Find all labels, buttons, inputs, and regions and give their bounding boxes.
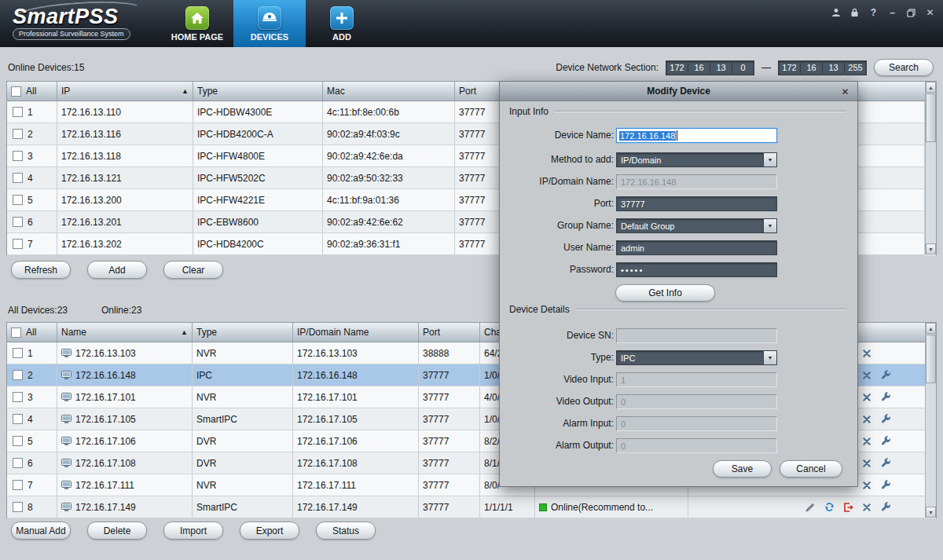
clear-button[interactable]: Clear <box>163 261 223 279</box>
row-checkbox[interactable] <box>13 502 23 512</box>
config-icon[interactable] <box>878 457 893 470</box>
cancel-button[interactable]: Cancel <box>780 460 842 478</box>
config-icon[interactable] <box>878 501 893 514</box>
scroll-thumb[interactable] <box>926 335 936 383</box>
header-ip-domain[interactable]: IP/Domain Name <box>293 323 419 342</box>
row-index-cell: 1 <box>7 342 57 364</box>
scroll-down-icon[interactable]: ▼ <box>926 507 936 518</box>
chevron-down-icon[interactable]: ▼ <box>763 351 776 364</box>
config-icon[interactable] <box>878 413 893 426</box>
chevron-down-icon[interactable]: ▼ <box>763 219 776 232</box>
delete-icon[interactable] <box>859 369 875 382</box>
scroll-thumb[interactable] <box>926 93 936 142</box>
delete-icon[interactable] <box>859 413 875 426</box>
ip-octet[interactable]: 255 <box>845 63 866 72</box>
row-checkbox[interactable] <box>13 107 23 117</box>
ip-octet[interactable]: 172 <box>666 63 688 72</box>
scroll-up-icon[interactable]: ▲ <box>926 82 936 93</box>
delete-icon[interactable] <box>859 501 875 514</box>
row-checkbox[interactable] <box>13 370 23 380</box>
import-button[interactable]: Import <box>163 522 223 540</box>
select-all-checkbox[interactable] <box>11 86 21 97</box>
delete-icon[interactable] <box>859 457 875 470</box>
select-all-checkbox[interactable] <box>11 328 21 338</box>
save-button[interactable]: Save <box>713 460 772 478</box>
search-button[interactable]: Search <box>874 59 934 76</box>
close-icon[interactable]: ✕ <box>838 85 852 98</box>
header-all[interactable]: All <box>7 82 57 101</box>
tab-devices[interactable]: DEVICES <box>233 0 306 47</box>
delete-button[interactable]: Delete <box>87 522 147 540</box>
manual-add-button[interactable]: Manual Add <box>11 522 71 540</box>
sort-asc-icon: ▲ <box>181 328 188 336</box>
ip-octet[interactable]: 13 <box>710 63 732 72</box>
scrollbar[interactable]: ▲ ▼ <box>925 323 936 518</box>
row-checkbox[interactable] <box>13 480 23 490</box>
row-checkbox[interactable] <box>13 173 23 183</box>
header-name[interactable]: Name ▲ <box>57 323 193 342</box>
get-info-button[interactable]: Get Info <box>615 284 715 302</box>
edit-icon[interactable] <box>802 501 818 514</box>
type-select[interactable]: IPC ▼ <box>616 350 777 365</box>
row-checkbox[interactable] <box>13 217 23 227</box>
row-checkbox[interactable] <box>13 436 23 446</box>
restore-icon[interactable] <box>904 6 918 19</box>
help-icon[interactable]: ? <box>867 6 880 19</box>
close-icon[interactable]: ✕ <box>923 6 937 19</box>
status-button[interactable]: Status <box>316 522 376 540</box>
config-icon[interactable] <box>878 479 893 492</box>
config-icon[interactable] <box>878 369 893 382</box>
header-mac[interactable]: Mac <box>323 82 455 101</box>
ip-octet[interactable]: 16 <box>801 63 822 72</box>
ip-octet[interactable]: 16 <box>688 63 710 72</box>
scroll-down-icon[interactable]: ▼ <box>926 243 936 254</box>
user-icon[interactable] <box>829 6 842 19</box>
ip-octet[interactable]: 13 <box>823 63 844 72</box>
add-button[interactable]: Add <box>87 261 147 279</box>
port-input[interactable]: 37777 <box>616 196 777 211</box>
row-checkbox[interactable] <box>13 195 23 205</box>
device-list-row[interactable]: 8172.16.17.149SmartIPC172.16.17.14937777… <box>7 496 936 518</box>
row-checkbox[interactable] <box>13 239 23 249</box>
row-checkbox[interactable] <box>13 458 23 468</box>
delete-icon[interactable] <box>859 391 875 404</box>
group-name-select[interactable]: Default Group ▼ <box>616 218 777 233</box>
password-input[interactable]: ••••• <box>616 262 777 277</box>
row-checkbox[interactable] <box>13 414 23 424</box>
delete-icon[interactable] <box>859 347 875 360</box>
device-monitor-icon <box>61 437 72 445</box>
ip-octet[interactable]: 172 <box>779 63 800 72</box>
delete-icon[interactable] <box>859 435 875 448</box>
device-name-input[interactable]: 172.16.16.148 <box>616 128 777 143</box>
network-section: Device Network Section: 17216130 — 17216… <box>556 59 934 76</box>
dialog-title-bar[interactable]: Modify Device ✕ <box>500 82 857 101</box>
tab-add[interactable]: ADD <box>306 0 378 47</box>
scroll-up-icon[interactable]: ▲ <box>926 323 936 334</box>
method-to-add-select[interactable]: IP/Domain ▼ <box>616 152 777 167</box>
minimize-icon[interactable]: – <box>886 6 899 19</box>
delete-icon[interactable] <box>859 479 875 492</box>
ip-range-end-input[interactable]: 1721613255 <box>778 60 867 75</box>
row-checkbox[interactable] <box>13 392 23 402</box>
header-ip[interactable]: IP ▲ <box>57 82 193 101</box>
header-all[interactable]: All <box>7 323 57 342</box>
logout-icon[interactable] <box>840 501 856 514</box>
header-port[interactable]: Port <box>419 323 480 342</box>
refresh-icon[interactable] <box>821 501 837 514</box>
ip-range-start-input[interactable]: 17216130 <box>666 60 754 75</box>
header-type[interactable]: Type <box>193 82 323 101</box>
refresh-button[interactable]: Refresh <box>11 261 71 279</box>
config-icon[interactable] <box>878 435 893 448</box>
row-checkbox[interactable] <box>13 129 23 139</box>
chevron-down-icon[interactable]: ▼ <box>763 153 776 167</box>
row-checkbox[interactable] <box>13 151 23 161</box>
lock-icon[interactable] <box>848 6 861 19</box>
user-name-input[interactable]: admin <box>616 240 777 255</box>
ip-octet[interactable]: 0 <box>732 63 754 72</box>
config-icon[interactable] <box>878 391 893 404</box>
scrollbar[interactable]: ▲ ▼ <box>925 82 936 254</box>
header-type[interactable]: Type <box>193 323 293 342</box>
row-checkbox[interactable] <box>13 348 23 358</box>
tab-home-page[interactable]: HOME PAGE <box>161 0 233 47</box>
export-button[interactable]: Export <box>240 522 299 540</box>
